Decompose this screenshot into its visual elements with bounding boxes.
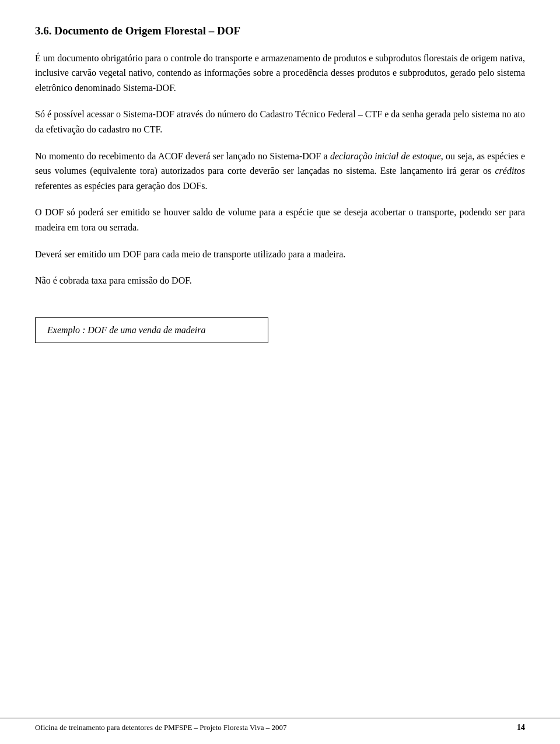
example-label: Exemplo : DOF de uma venda de madeira <box>47 325 205 335</box>
page-footer: Oficina de treinamento para detentores d… <box>0 718 560 732</box>
paragraph-3: No momento do recebimento da ACOF deverá… <box>35 149 525 194</box>
paragraph-1: É um documento obrigatório para o contro… <box>35 51 525 96</box>
section-title: 3.6. Documento de Origem Florestal – DOF <box>35 23 525 39</box>
italic-declaracao: declaração inicial de estoque <box>330 151 441 161</box>
paragraph-4: O DOF só poderá ser emitido se houver sa… <box>35 205 525 235</box>
paragraph-5: Deverá ser emitido um DOF para cada meio… <box>35 247 525 262</box>
italic-creditos: créditos <box>495 166 525 176</box>
page-content: 3.6. Documento de Origem Florestal – DOF… <box>0 0 560 390</box>
example-box: Exemplo : DOF de uma venda de madeira <box>35 317 268 343</box>
page-number: 14 <box>517 723 525 732</box>
footer-text: Oficina de treinamento para detentores d… <box>35 723 287 732</box>
paragraph-6: Não é cobrada taxa para emissão do DOF. <box>35 273 525 288</box>
paragraph-2: Só é possível acessar o Sistema-DOF atra… <box>35 107 525 137</box>
